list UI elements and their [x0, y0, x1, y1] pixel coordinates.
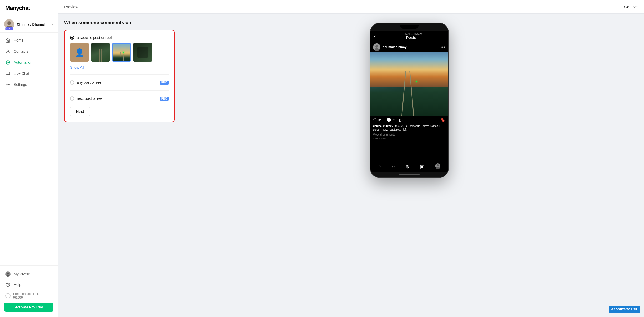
ig-comment-count: 2 [393, 119, 395, 122]
watermark-text: GADGETS TO USE [611, 308, 637, 311]
sidebar-item-label: Automation [14, 60, 32, 65]
sidebar-item-label: Home [14, 38, 23, 42]
options-box: a specific post or reel [64, 30, 175, 122]
ig-post-date: 03 Apr, 2021 [370, 137, 448, 141]
svg-rect-3 [7, 41, 9, 42]
go-live-button[interactable]: Go Live [624, 4, 638, 9]
phone-notch [400, 25, 419, 29]
post-thumb-4[interactable] [133, 43, 152, 62]
next-post-pro-badge: PRO [160, 97, 169, 101]
content-area: When someone comments on a specific post… [58, 14, 644, 317]
post-images-row [70, 43, 169, 62]
ig-nav-reels-icon[interactable]: ▣ [420, 164, 424, 170]
show-all-link[interactable]: Show All [70, 65, 84, 70]
svg-point-12 [7, 84, 9, 85]
sidebar-item-livechat[interactable]: Live Chat [0, 68, 58, 79]
sidebar-item-settings[interactable]: Settings [0, 79, 58, 90]
radio-specific[interactable] [70, 36, 74, 40]
ig-caption-user: dhumalchinmay [373, 125, 393, 127]
specific-post-label[interactable]: a specific post or reel [70, 36, 169, 40]
green-signal-light [416, 81, 417, 82]
sidebar-item-label: Contacts [14, 49, 28, 53]
next-button[interactable]: Next [70, 107, 90, 116]
ig-caption: dhumalchinmay 30.09.2019 Seawoods Darave… [370, 124, 448, 133]
next-post-option[interactable]: next post or reel PRO [70, 94, 169, 103]
user-name: Chinmay Dhumal [17, 22, 49, 26]
home-indicator-bar [399, 174, 420, 175]
phone-screen: ‹ DHUMALCHINMAY Posts [370, 31, 448, 172]
svg-point-15 [7, 275, 9, 277]
preview-label: Preview [64, 4, 78, 9]
panel-title: When someone comments on [64, 20, 175, 26]
watermark: GADGETS TO USE [609, 306, 640, 313]
any-post-pro-badge: PRO [160, 81, 169, 85]
post-thumb-3[interactable] [112, 43, 131, 62]
divider-2 [70, 90, 169, 91]
ig-nav-plus-icon[interactable]: ⊕ [405, 164, 409, 170]
phone-mockup: ‹ DHUMALCHINMAY Posts [370, 23, 449, 178]
ig-title-area: DHUMALCHINMAY Posts [378, 33, 445, 40]
svg-rect-11 [6, 72, 10, 75]
ig-post-username: dhumalchinmay [383, 45, 438, 49]
sidebar-item-label: Help [14, 283, 21, 287]
ig-post-image [370, 52, 448, 116]
radio-any-post[interactable] [70, 80, 74, 85]
limit-icon [5, 293, 11, 298]
sky-gradient [370, 52, 448, 87]
avatar: FREE [4, 19, 14, 29]
sidebar-item-contacts[interactable]: Contacts [0, 46, 58, 57]
livechat-icon [5, 71, 11, 76]
post-thumb-2[interactable] [91, 43, 110, 62]
top-bar: Preview Go Live [58, 0, 644, 14]
home-icon [5, 38, 11, 43]
settings-icon [5, 82, 11, 87]
chevron-down-icon: ▾ [52, 23, 53, 26]
sidebar-item-label: Settings [14, 82, 27, 87]
svg-point-4 [7, 50, 9, 52]
ig-post-header: dhumalchinmay ••• [370, 42, 448, 52]
ig-nav-profile-icon[interactable] [435, 163, 440, 170]
ig-bottom-nav: ⌂ ⌕ ⊕ ▣ [370, 161, 448, 172]
sidebar-item-home[interactable]: Home [0, 35, 58, 46]
sidebar-item-help[interactable]: Help [0, 279, 58, 290]
user-profile-dropdown[interactable]: FREE Chinmay Dhumal ▾ [0, 16, 58, 33]
logo-text: Manychat [5, 5, 30, 11]
post-thumb-1[interactable] [70, 43, 89, 62]
sidebar-item-label: Live Chat [14, 71, 29, 76]
ig-back-icon[interactable]: ‹ [374, 33, 376, 39]
specific-post-option: a specific post or reel [70, 36, 169, 71]
next-post-label: next post or reel [77, 96, 157, 101]
sidebar: Manychat FREE Chinmay Dhumal ▾ Home [0, 0, 58, 317]
ig-home-indicator [370, 172, 448, 177]
ig-nav-home-icon[interactable]: ⌂ [378, 164, 381, 169]
phone-status-bar [370, 23, 448, 31]
contacts-limit-info: Free contacts limit 0/1000 [0, 290, 58, 303]
svg-point-22 [437, 164, 439, 166]
ig-posts-title: Posts [378, 36, 445, 40]
radio-next-post[interactable] [70, 96, 74, 101]
contacts-limit-label: Free contacts limit [13, 292, 39, 296]
logo: Manychat [0, 0, 58, 16]
svg-point-6 [7, 62, 9, 63]
svg-point-19 [375, 45, 378, 48]
ig-comment-icon[interactable]: 💬 [386, 118, 391, 123]
sidebar-item-automation[interactable]: Automation [0, 57, 58, 68]
ig-like-count: 50 [378, 119, 381, 122]
ig-share-icon[interactable]: ▷ [399, 118, 402, 123]
svg-point-17 [8, 285, 8, 286]
ig-heart-icon[interactable]: ♡ [373, 118, 377, 123]
help-icon [5, 282, 11, 287]
ig-header: ‹ DHUMALCHINMAY Posts [370, 31, 448, 42]
activate-pro-btn[interactable]: Activate Pro Trial [4, 303, 53, 312]
ig-nav-search-icon[interactable]: ⌕ [392, 164, 395, 169]
ig-view-comments[interactable]: View all comments [370, 133, 448, 137]
any-post-option[interactable]: any post or reel PRO [70, 78, 169, 87]
sidebar-item-myprofile[interactable]: My Profile [0, 269, 58, 279]
svg-point-1 [7, 21, 11, 25]
automation-icon [5, 60, 11, 65]
ig-bookmark-icon[interactable]: 🔖 [440, 118, 446, 123]
ig-post-avatar [373, 43, 380, 51]
any-post-label: any post or reel [77, 80, 157, 85]
left-panel: When someone comments on a specific post… [64, 20, 175, 311]
ig-more-icon[interactable]: ••• [440, 45, 446, 49]
